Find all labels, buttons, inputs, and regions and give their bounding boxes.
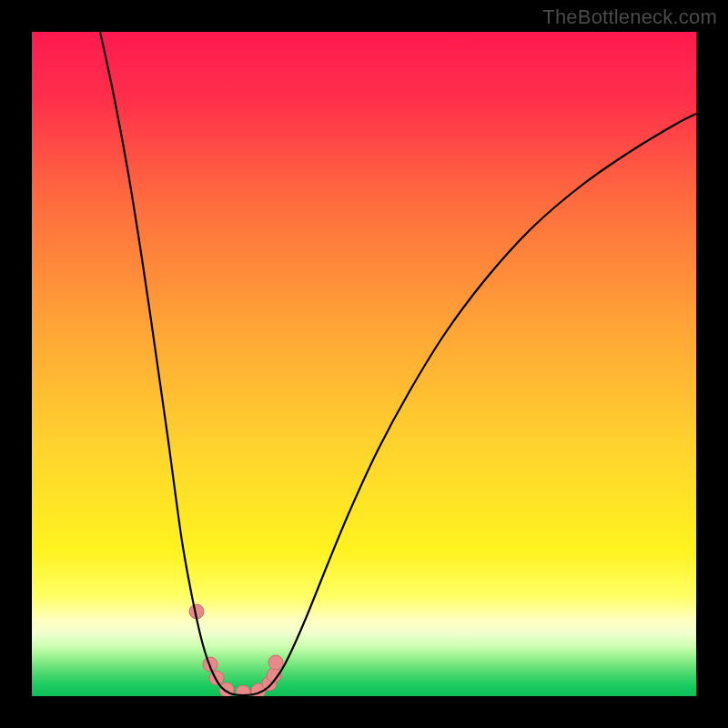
marker-group <box>189 604 283 696</box>
chart-frame: TheBottleneck.com <box>0 0 728 728</box>
plot-area <box>32 32 696 696</box>
watermark-text: TheBottleneck.com <box>542 5 717 29</box>
curve-layer <box>32 32 696 696</box>
bottleneck-curve <box>100 32 696 695</box>
curve-marker <box>209 671 224 685</box>
curve-marker <box>268 655 283 670</box>
